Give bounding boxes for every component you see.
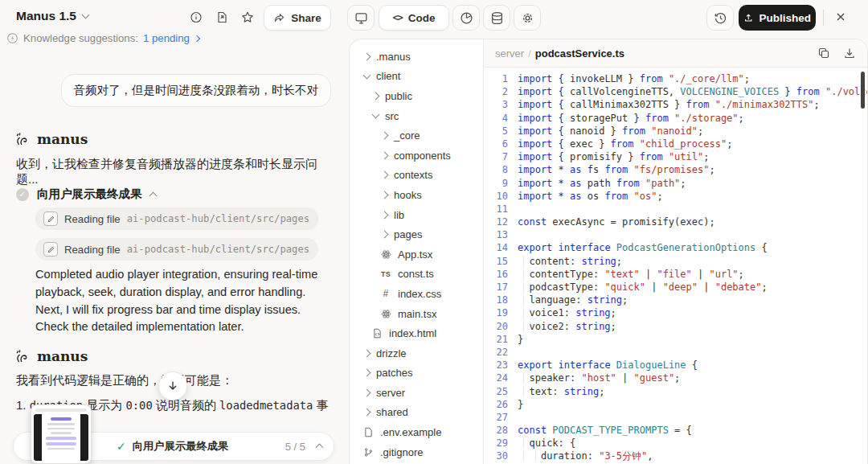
tree-item-label: .gitignore <box>380 446 423 458</box>
tree-item-lib[interactable]: lib <box>350 205 483 225</box>
breadcrumb: server / podcastService.ts <box>495 47 624 60</box>
inline-code: loadedmetadata <box>219 399 313 412</box>
tree-item-index.html[interactable]: index.html <box>350 323 483 343</box>
line-number: 10 <box>484 190 518 203</box>
line-number: 7 <box>484 150 518 163</box>
code-editor: server / podcastService.ts 1import { inv… <box>483 39 867 464</box>
tree-item-pages[interactable]: pages <box>350 224 483 244</box>
expand-task-button[interactable] <box>317 439 322 454</box>
gear-icon <box>521 11 534 25</box>
tree-item-patches[interactable]: patches <box>350 363 483 384</box>
user-message-bubble: 音频对了，但是时间进度条没跟着动，时长不对 <box>61 74 332 107</box>
result-preview-thumbnail[interactable] <box>31 404 92 464</box>
line-number: 18 <box>484 294 518 306</box>
tree-item-main.tsx[interactable]: main.tsx <box>350 304 483 324</box>
workspace-switcher[interactable]: Manus 1.5 <box>16 9 88 23</box>
line-number: 28 <box>484 424 518 437</box>
step-reading-file-1[interactable]: Reading file ai-podcast-hub/client/src/p… <box>35 207 318 230</box>
check-icon: ✓ <box>117 440 126 453</box>
chevron-right-icon <box>381 151 389 159</box>
code-line: 22 <box>484 346 867 359</box>
tree-item-shared[interactable]: shared <box>350 403 483 423</box>
code-line: 13 <box>484 228 867 241</box>
step-target-path: ai-podcast-hub/client/src/pages/P... <box>127 213 310 224</box>
info-button[interactable] <box>185 6 207 28</box>
analytics-button[interactable] <box>452 5 480 31</box>
assistant-header: manus <box>14 348 88 364</box>
react-icon <box>380 249 391 260</box>
tree-item-label: App.tsx <box>398 248 432 261</box>
tree-item-public[interactable]: public <box>350 86 483 106</box>
chevron-right-icon <box>363 369 371 377</box>
arrow-down-icon <box>166 380 179 392</box>
published-button[interactable]: Published <box>739 5 816 31</box>
code-content[interactable]: 1import { invokeLLM } from "./_core/llm"… <box>484 68 867 463</box>
scroll-to-bottom-button[interactable] <box>158 372 187 400</box>
thumbnail-screenshot <box>34 414 88 461</box>
tree-item-_core[interactable]: _core <box>350 125 483 146</box>
tree-item-.gitignore[interactable]: .gitignore <box>350 442 483 462</box>
code-line: 30 duration: "3-5分钟", <box>484 450 867 462</box>
tree-item-components[interactable]: components <box>350 146 483 166</box>
line-number: 4 <box>484 112 518 125</box>
close-button[interactable] <box>829 6 852 28</box>
tree-item-label: components <box>394 150 451 162</box>
chevron-right-icon <box>381 191 389 199</box>
code-line: 7import { promisify } from "util"; <box>484 150 867 163</box>
line-number: 5 <box>484 125 518 138</box>
line-number: 6 <box>484 138 518 150</box>
tree-item-index.css[interactable]: #index.css <box>350 284 483 304</box>
step-reading-file-2[interactable]: Reading file ai-podcast-hub/client/src/p… <box>35 238 318 261</box>
database-icon <box>490 11 504 25</box>
tree-item-.env.example[interactable]: .env.example <box>350 422 483 442</box>
tree-item-hooks[interactable]: hooks <box>350 185 483 205</box>
tree-item-.manus[interactable]: .manus <box>350 47 483 67</box>
line-number: 24 <box>484 372 518 384</box>
line-number: 11 <box>484 203 518 216</box>
code-line: 19 voice1: string; <box>484 306 867 319</box>
export-file-button[interactable] <box>211 6 233 28</box>
code-line: 11 <box>484 203 867 216</box>
share-button[interactable]: Share <box>264 5 331 31</box>
preview-button[interactable] <box>347 5 375 31</box>
tree-item-client[interactable]: client <box>350 67 483 87</box>
list-number: 1. <box>16 398 30 412</box>
tree-item-label: src <box>385 110 399 122</box>
editor-scrollbar[interactable] <box>861 72 865 109</box>
tree-item-contexts[interactable]: contexts <box>350 166 483 186</box>
line-number: 26 <box>484 398 518 411</box>
tree-item-label: _core <box>394 129 420 142</box>
tree-item-label: .env.example <box>380 426 441 438</box>
code-line: 21} <box>484 333 867 346</box>
code-line: 8import * as fs from "fs/promises"; <box>484 163 867 176</box>
database-button[interactable] <box>483 5 510 31</box>
ts-icon: TS <box>380 270 391 278</box>
tree-item-drizzle[interactable]: drizzle <box>350 343 483 363</box>
assistant-name: manus <box>37 348 88 364</box>
assistant-header: manus <box>14 131 88 147</box>
tree-item-label: main.tsx <box>398 308 436 320</box>
tree-item-App.tsx[interactable]: App.tsx <box>350 244 483 265</box>
chevron-down-icon <box>363 71 371 79</box>
tree-item-src[interactable]: src <box>350 106 483 126</box>
chevron-right-icon <box>381 171 389 179</box>
settings-button[interactable] <box>514 5 541 31</box>
tree-item-label: index.css <box>398 288 441 300</box>
star-button[interactable] <box>236 6 259 28</box>
inline-code: 0:00 <box>125 399 152 412</box>
thumbnail-url-bar <box>35 409 87 412</box>
tree-item-label: drizzle <box>376 347 407 359</box>
tree-item-label: public <box>385 90 412 102</box>
code-button[interactable]: <> Code <box>379 5 449 31</box>
task-header[interactable]: ✓ 向用户展示最终成果 <box>16 187 156 202</box>
copy-button[interactable] <box>817 47 830 60</box>
share-label: Share <box>291 12 321 24</box>
tree-item-const.ts[interactable]: TSconst.ts <box>350 265 483 285</box>
download-button[interactable] <box>843 47 856 60</box>
history-button[interactable] <box>706 5 734 31</box>
tree-item-server[interactable]: server <box>350 383 483 403</box>
line-number: 14 <box>484 241 518 254</box>
tree-item-label: contexts <box>394 169 432 181</box>
line-number: 2 <box>484 85 518 98</box>
code-line: 17 podcastType: "quick" | "deep" | "deba… <box>484 281 867 294</box>
